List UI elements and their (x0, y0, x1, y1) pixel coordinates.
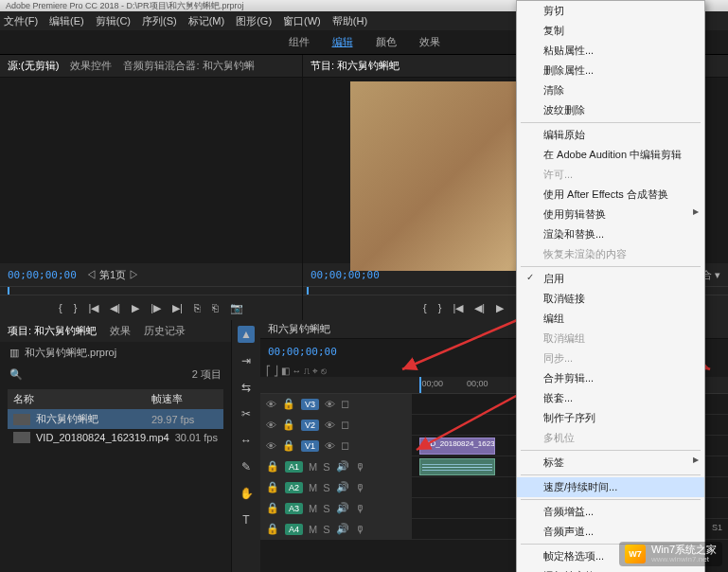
context-menu-item[interactable]: 编辑原始 (517, 125, 704, 145)
context-menu-item[interactable]: 剪切 (517, 1, 704, 21)
go-out-button[interactable]: ▶| (172, 302, 183, 314)
mark-in-button[interactable]: { (423, 302, 427, 313)
context-menu-item: 同步... (517, 349, 704, 368)
clip-context-menu[interactable]: 剪切复制粘贴属性...删除属性...清除波纹删除编辑原始在 Adobe Audi… (516, 0, 705, 572)
project-panel: 项目: 和六舅钓蝌蚆效果历史记录 ▥ 和六舅钓蝌蚆.prproj 🔍 2 项目 … (0, 320, 232, 572)
context-menu-item[interactable]: 编组 (517, 309, 704, 329)
context-menu-item[interactable]: 速度/持续时间... (517, 477, 704, 497)
project-tab[interactable]: 项目: 和六舅钓蝌蚆 (8, 324, 97, 338)
step-back-button[interactable]: ◀| (474, 302, 485, 314)
video-clip[interactable]: VID_20180824_1623 (419, 438, 495, 455)
play-button[interactable]: ▶ (132, 302, 139, 314)
context-menu-item[interactable]: 波纹删除 (517, 100, 704, 120)
source-ruler[interactable] (0, 286, 302, 295)
source-tab[interactable]: 源:(无剪辑) (8, 59, 59, 73)
context-menu-item[interactable]: 标签 (517, 453, 704, 473)
mark-out-button[interactable]: } (438, 302, 442, 313)
project-filename: 和六舅钓蝌蚆.prproj (25, 346, 116, 360)
project-tabs[interactable]: 项目: 和六舅钓蝌蚆效果历史记录 (0, 320, 231, 342)
context-menu-item[interactable]: 使用 After Effects 合成替换 (517, 185, 704, 205)
watermark: W7 Win7系统之家 www.winwin7.net (619, 542, 722, 566)
watermark-logo-icon: W7 (625, 545, 646, 563)
context-menu-item[interactable]: 启用 (517, 269, 704, 289)
project-item[interactable]: 和六舅钓蝌蚆29.97 fps (8, 409, 223, 429)
context-menu-item[interactable]: 渲染和替换... (517, 224, 704, 244)
go-in-button[interactable]: |◀ (453, 302, 463, 314)
bin-icon: ▥ (9, 347, 19, 359)
context-menu-item[interactable]: 粘贴属性... (517, 41, 704, 61)
context-menu-item[interactable]: 音频增益... (517, 502, 704, 522)
audio-clip[interactable] (419, 458, 495, 475)
context-menu-item[interactable]: 使用剪辑替换 (517, 205, 704, 224)
menu-item[interactable]: 帮助(H) (332, 14, 367, 28)
clip-icon (13, 432, 30, 443)
context-menu-item[interactable]: 清除 (517, 80, 704, 100)
timeline-timecode[interactable]: 00;00;00;00 (268, 346, 337, 358)
pen-tool[interactable]: ✎ (238, 458, 255, 475)
menu-item[interactable]: 编辑(E) (49, 14, 84, 28)
source-tab[interactable]: 音频剪辑混合器: 和六舅钓蝌 (123, 59, 254, 73)
program-tab[interactable]: 节目: 和六舅钓蝌蚆 (311, 59, 400, 73)
item-count: 2 项目 (192, 367, 222, 382)
workspace-tab[interactable]: 效果 (419, 35, 440, 49)
go-in-button[interactable]: |◀ (88, 302, 98, 314)
project-tab[interactable]: 效果 (110, 324, 131, 338)
type-tool[interactable]: T (238, 511, 255, 528)
page-indicator: ◁ 第1页 ▷ (86, 268, 139, 282)
razor-tool[interactable]: ✂ (238, 405, 255, 422)
insert-button[interactable]: ⎘ (194, 302, 201, 313)
slip-tool[interactable]: ↔ (238, 432, 255, 449)
ripple-tool[interactable]: ⇆ (238, 379, 255, 396)
step-back-button[interactable]: ◀| (110, 302, 120, 314)
context-menu-item[interactable]: 在 Adobe Audition 中编辑剪辑 (517, 145, 704, 165)
source-viewer (0, 78, 302, 263)
context-menu-item[interactable]: 制作子序列 (517, 408, 704, 428)
search-icon[interactable]: 🔍 (9, 368, 23, 381)
menu-item[interactable]: 剪辑(C) (96, 14, 131, 28)
menu-item[interactable]: 文件(F) (4, 14, 38, 28)
context-menu-item: 多机位 (517, 428, 704, 448)
context-menu-item: 许可... (517, 165, 704, 185)
sequence-tab[interactable]: 和六舅钓蝌蚆 (268, 322, 330, 336)
selection-tool[interactable]: ▲ (238, 326, 255, 343)
mark-in-button[interactable]: { (59, 302, 62, 313)
source-monitor-panel: 源:(无剪辑)效果控件音频剪辑混合器: 和六舅钓蝌 00;00;00;00 ◁ … (0, 55, 303, 320)
workspace-tab[interactable]: 组件 (289, 35, 310, 49)
source-timecode[interactable]: 00;00;00;00 (8, 269, 77, 281)
tools-panel[interactable]: ▲⇥⇆✂↔✎✋T (232, 320, 260, 572)
workspace-tab[interactable]: 颜色 (376, 35, 397, 49)
context-menu-item[interactable]: 删除属性... (517, 61, 704, 80)
menu-item[interactable]: 标记(M) (188, 14, 225, 28)
menu-item[interactable]: 序列(S) (142, 14, 177, 28)
context-menu-item[interactable]: 添加帧定格 (517, 566, 704, 572)
project-list[interactable]: 名称 帧速率 和六舅钓蝌蚆29.97 fpsVID_20180824_16231… (8, 389, 223, 446)
source-tab[interactable]: 效果控件 (70, 59, 112, 73)
export-frame-button[interactable]: 📷 (230, 302, 243, 314)
project-tab[interactable]: 历史记录 (144, 324, 186, 338)
menu-item[interactable]: 图形(G) (236, 14, 272, 28)
context-menu-item[interactable]: 嵌套... (517, 388, 704, 408)
step-fwd-button[interactable]: |▶ (151, 302, 161, 314)
mark-out-button[interactable]: } (74, 302, 78, 313)
context-menu-item[interactable]: 音频声道... (517, 522, 704, 542)
workspace-tab[interactable]: 编辑 (332, 35, 353, 49)
source-tabs[interactable]: 源:(无剪辑)效果控件音频剪辑混合器: 和六舅钓蝌 (0, 55, 302, 78)
track-select-tool[interactable]: ⇥ (238, 352, 255, 369)
context-menu-item: 恢复未渲染的内容 (517, 244, 704, 264)
playhead-icon[interactable] (419, 377, 421, 393)
context-menu-item: 取消编组 (517, 329, 704, 349)
play-button[interactable]: ▶ (496, 302, 504, 314)
sequence-icon (13, 414, 30, 425)
project-list-header[interactable]: 名称 帧速率 (8, 389, 223, 409)
menu-item[interactable]: 窗口(W) (283, 14, 321, 28)
overwrite-button[interactable]: ⎗ (212, 302, 219, 313)
hand-tool[interactable]: ✋ (238, 485, 255, 502)
context-menu-item[interactable]: 合并剪辑... (517, 368, 704, 388)
context-menu-item[interactable]: 取消链接 (517, 289, 704, 309)
project-item[interactable]: VID_20180824_162319.mp430.01 fps (8, 429, 223, 446)
source-transport[interactable]: {}|◀◀|▶|▶▶|⎘⎗📷 (0, 295, 302, 320)
context-menu-item[interactable]: 复制 (517, 21, 704, 41)
